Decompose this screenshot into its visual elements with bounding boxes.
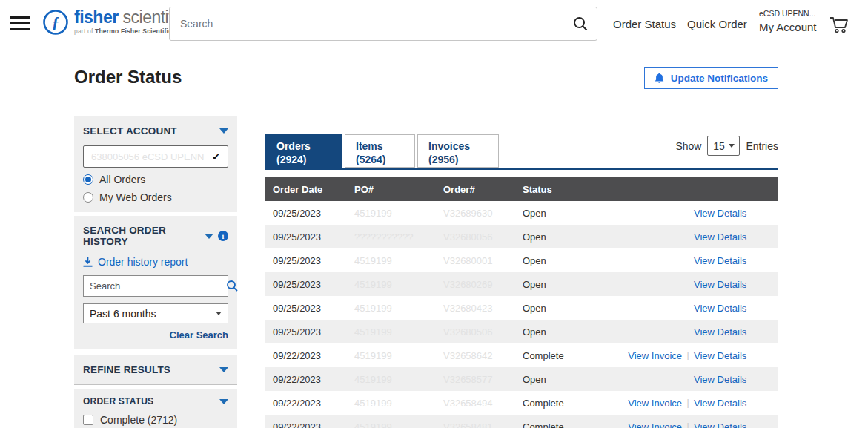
nav-order-status[interactable]: Order Status bbox=[613, 18, 676, 30]
chevron-down-icon[interactable] bbox=[219, 128, 228, 134]
po-cell: 4519199 bbox=[354, 421, 443, 428]
order-date-cell: 09/22/2023 bbox=[273, 398, 354, 409]
order-history-report-link[interactable]: Order history report bbox=[83, 256, 228, 268]
view-details-link[interactable]: View Details bbox=[694, 350, 758, 361]
orders-table: Order Date PO# Order# Status 09/25/2023 … bbox=[265, 177, 778, 428]
fisher-scientific-logo[interactable]: ƒ fisher scientific part of Thermo Fishe… bbox=[42, 9, 185, 36]
link-separator: | bbox=[682, 421, 694, 428]
search-button[interactable] bbox=[564, 7, 597, 40]
tab-invoices[interactable]: Invoices (2956) bbox=[417, 134, 499, 168]
tab-count: (5264) bbox=[356, 153, 414, 166]
radio-all-orders[interactable]: All Orders bbox=[83, 174, 228, 185]
logo-text: fisher scientific part of Thermo Fisher … bbox=[74, 9, 185, 35]
order-date-cell: 09/25/2023 bbox=[273, 255, 354, 266]
tab-count: (2924) bbox=[276, 153, 342, 166]
po-cell: 4519199 bbox=[354, 326, 443, 338]
order-number-cell: V32680506 bbox=[443, 326, 523, 338]
order-date-cell: 09/22/2023 bbox=[273, 350, 354, 361]
order-status-filter-title: ORDER STATUS bbox=[83, 396, 153, 406]
filter-complete-checkbox[interactable]: Complete (2712) bbox=[83, 414, 228, 426]
radio-label: All Orders bbox=[99, 174, 145, 185]
order-date-cell: 09/25/2023 bbox=[273, 231, 354, 243]
page-title: Order Status bbox=[74, 67, 182, 88]
view-invoice-link[interactable]: View Invoice bbox=[599, 350, 682, 361]
order-status-main: Orders (2924) Items (5264) Invoices (295… bbox=[265, 134, 778, 428]
status-cell: Open bbox=[523, 326, 599, 338]
order-history-search-input[interactable] bbox=[84, 280, 226, 292]
tab-count: (2956) bbox=[428, 153, 498, 166]
logo-tagline: part of Thermo Fisher Scientific bbox=[74, 28, 185, 35]
col-order-date: Order Date bbox=[273, 184, 354, 195]
account-select[interactable]: 638005056 eCSD UPENN ✔ bbox=[83, 145, 228, 168]
entries-per-page-select[interactable]: 15 bbox=[707, 136, 740, 156]
order-table-body: 09/25/2023 4519199 V32689630 Open View D… bbox=[265, 201, 778, 428]
bell-icon bbox=[655, 73, 664, 84]
radio-label: My Web Orders bbox=[99, 191, 172, 203]
status-cell: Open bbox=[523, 231, 599, 243]
order-number-cell: V32658577 bbox=[443, 374, 523, 385]
tab-label: Items bbox=[356, 139, 414, 153]
my-account-menu[interactable]: eCSD UPENN... My Account bbox=[759, 9, 817, 33]
order-number-cell: V32680001 bbox=[443, 255, 523, 266]
view-details-link[interactable]: View Details bbox=[694, 279, 758, 290]
view-details-link[interactable]: View Details bbox=[694, 421, 758, 428]
chevron-down-icon[interactable] bbox=[205, 234, 213, 239]
order-date-cell: 09/25/2023 bbox=[273, 279, 354, 290]
table-row: 09/22/2023 4519199 V32658494 Complete Vi… bbox=[265, 391, 778, 415]
tab-label: Invoices bbox=[428, 139, 498, 153]
select-account-section: SELECT ACCOUNT 638005056 eCSD UPENN ✔ Al… bbox=[74, 116, 237, 212]
table-row: 09/25/2023 4519199 V32680269 Open View D… bbox=[265, 272, 778, 296]
status-cell: Open bbox=[523, 303, 599, 314]
download-icon bbox=[83, 257, 93, 267]
show-label: Show bbox=[675, 140, 701, 152]
view-details-link[interactable]: View Details bbox=[694, 303, 758, 314]
search-input[interactable] bbox=[170, 18, 564, 30]
select-account-title: SELECT ACCOUNT bbox=[83, 125, 177, 136]
order-status-filter-section: ORDER STATUS Complete (2712) Open (212) bbox=[74, 389, 237, 428]
view-details-link[interactable]: View Details bbox=[694, 398, 758, 409]
tab-label: Orders bbox=[276, 139, 342, 153]
view-invoice-link[interactable]: View Invoice bbox=[599, 398, 682, 409]
view-details-link[interactable]: View Details bbox=[694, 255, 758, 266]
chevron-down-icon bbox=[729, 144, 735, 148]
table-row: 09/22/2023 4519199 V32658481 Complete Vi… bbox=[265, 415, 778, 428]
tab-items[interactable]: Items (5264) bbox=[345, 134, 415, 168]
view-details-link[interactable]: View Details bbox=[694, 326, 758, 338]
cart-button[interactable] bbox=[829, 15, 849, 36]
date-range-select[interactable]: Past 6 months bbox=[83, 303, 228, 323]
order-number-cell: V32658481 bbox=[443, 421, 523, 428]
chevron-down-icon[interactable] bbox=[219, 367, 228, 372]
radio-my-web-orders[interactable]: My Web Orders bbox=[83, 191, 228, 203]
order-number-cell: V32658494 bbox=[443, 398, 523, 409]
order-date-cell: 09/25/2023 bbox=[273, 326, 354, 338]
status-cell: Open bbox=[523, 255, 599, 266]
view-invoice-link[interactable]: View Invoice bbox=[599, 421, 682, 428]
table-row: 09/22/2023 4519199 V32658577 Open View D… bbox=[265, 367, 778, 391]
my-account-label: My Account bbox=[759, 21, 817, 33]
order-history-search-button[interactable] bbox=[226, 276, 239, 296]
status-cell: Open bbox=[523, 279, 599, 290]
order-number-cell: V32689630 bbox=[443, 208, 523, 219]
view-details-link[interactable]: View Details bbox=[694, 208, 758, 219]
tab-orders[interactable]: Orders (2924) bbox=[265, 134, 342, 168]
status-cell: Complete bbox=[523, 398, 599, 409]
filter-sidebar: SELECT ACCOUNT 638005056 eCSD UPENN ✔ Al… bbox=[74, 116, 237, 428]
entries-per-page-value: 15 bbox=[713, 140, 725, 152]
po-cell: 4519199 bbox=[354, 350, 443, 361]
col-po: PO# bbox=[354, 184, 443, 195]
svg-text:ƒ: ƒ bbox=[52, 13, 60, 31]
top-bar: ƒ fisher scientific part of Thermo Fishe… bbox=[0, 0, 868, 50]
nav-quick-order[interactable]: Quick Order bbox=[687, 18, 747, 30]
tabs-underline bbox=[265, 168, 778, 170]
update-notifications-button[interactable]: Update Notifications bbox=[644, 67, 778, 89]
check-icon: ✔ bbox=[212, 151, 220, 162]
logo-brand: fisher bbox=[74, 7, 119, 27]
view-details-link[interactable]: View Details bbox=[694, 374, 758, 385]
view-details-link[interactable]: View Details bbox=[694, 231, 758, 243]
order-number-cell: V32658642 bbox=[443, 350, 523, 361]
info-icon[interactable]: i bbox=[218, 231, 228, 241]
table-row: 09/25/2023 4519199 V32680423 Open View D… bbox=[265, 296, 778, 320]
clear-search-link[interactable]: Clear Search bbox=[83, 329, 228, 340]
hamburger-menu-icon[interactable] bbox=[10, 16, 30, 31]
chevron-down-icon[interactable] bbox=[219, 399, 228, 404]
